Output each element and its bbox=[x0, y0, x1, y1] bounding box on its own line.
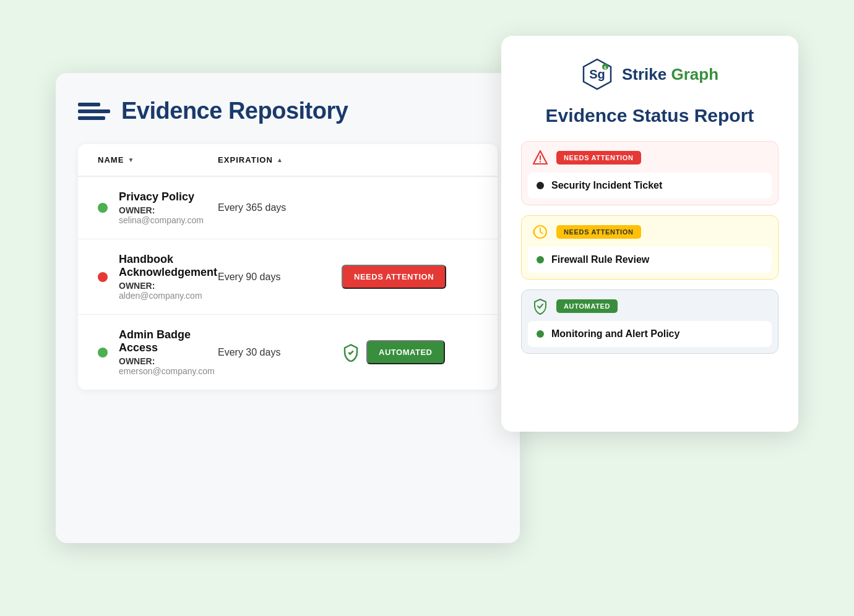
status-dot-green bbox=[98, 203, 108, 213]
item-dot-dark bbox=[537, 182, 544, 189]
row-name: Admin Badge Access bbox=[119, 328, 218, 354]
clock-icon bbox=[532, 223, 549, 241]
item-dot-green bbox=[537, 330, 544, 338]
warning-icon bbox=[532, 149, 549, 166]
needs-attention-badge-yellow: NEEDS ATTENTION bbox=[556, 225, 641, 239]
row-status: NEEDS ATTENTION bbox=[342, 265, 478, 289]
report-item-body: Firewall Rule Review bbox=[528, 247, 772, 273]
evidence-repository-card: Evidence Repository NAME ▼ EXPIRATION ▲ … bbox=[56, 73, 520, 543]
expiration-sort-arrow[interactable]: ▲ bbox=[277, 156, 283, 163]
table-row: Admin Badge Access OWNER: emerson@compan… bbox=[78, 315, 498, 390]
evidence-table: NAME ▼ EXPIRATION ▲ Privacy Policy OWNER… bbox=[78, 144, 498, 390]
table-row: Privacy Policy OWNER: selina@company.com… bbox=[78, 177, 498, 239]
status-dot-red bbox=[98, 272, 108, 282]
automated-badge-green: AUTOMATED bbox=[556, 299, 618, 313]
row-owner: OWNER: alden@company.com bbox=[119, 281, 218, 301]
report-item-header: NEEDS ATTENTION bbox=[522, 216, 778, 247]
item-label-monitoring: Monitoring and Alert Policy bbox=[551, 328, 679, 340]
row-expiration: Every 90 days bbox=[218, 272, 342, 283]
item-label-security: Security Incident Ticket bbox=[551, 180, 662, 191]
owner-label: OWNER: bbox=[119, 205, 155, 215]
owner-label: OWNER: bbox=[119, 281, 155, 291]
report-item-header: AUTOMATED bbox=[522, 290, 778, 321]
report-title: Evidence Status Report bbox=[521, 105, 779, 126]
svg-point-6 bbox=[540, 161, 541, 162]
owner-label: OWNER: bbox=[119, 356, 155, 366]
item-label-firewall: Firewall Rule Review bbox=[551, 254, 649, 265]
report-item-body: Security Incident Ticket bbox=[528, 173, 772, 199]
svg-text:Sg: Sg bbox=[589, 67, 605, 81]
row-expiration: Every 365 days bbox=[218, 202, 342, 213]
brand-name: Strike Graph bbox=[622, 65, 718, 84]
row-status: AUTOMATED bbox=[342, 340, 478, 364]
col-expiration-label: EXPIRATION bbox=[218, 155, 273, 165]
table-header: NAME ▼ EXPIRATION ▲ bbox=[78, 144, 498, 177]
shield-icon bbox=[342, 343, 360, 362]
needs-attention-button[interactable]: NEEDS ATTENTION bbox=[342, 265, 446, 289]
status-dot-green bbox=[98, 348, 108, 357]
shield-check-icon bbox=[532, 297, 549, 315]
logo-row: Sg $ Strike Graph bbox=[521, 58, 779, 90]
col-name-label: NAME bbox=[98, 155, 124, 165]
automated-button[interactable]: AUTOMATED bbox=[366, 340, 445, 364]
row-expiration: Every 30 days bbox=[218, 347, 342, 358]
row-name: Privacy Policy bbox=[119, 190, 218, 203]
strikegraph-logo: Sg $ bbox=[581, 58, 613, 90]
brand-graph: Graph bbox=[671, 65, 718, 83]
brand-strike: Strike bbox=[622, 65, 666, 83]
item-dot-green bbox=[537, 256, 544, 263]
report-item-monitoring: AUTOMATED Monitoring and Alert Policy bbox=[521, 289, 779, 354]
svg-text:$: $ bbox=[604, 66, 606, 71]
name-sort-arrow[interactable]: ▼ bbox=[127, 156, 134, 163]
list-icon bbox=[78, 103, 110, 120]
row-owner: OWNER: emerson@company.com bbox=[119, 356, 218, 376]
table-row: Handbook Acknowledgement OWNER: alden@co… bbox=[78, 239, 498, 315]
evidence-status-report-card: Sg $ Strike Graph Evidence Status Report… bbox=[501, 36, 798, 432]
report-item-header: NEEDS ATTENTION bbox=[522, 142, 778, 173]
report-item-body: Monitoring and Alert Policy bbox=[528, 321, 772, 347]
row-owner: OWNER: selina@company.com bbox=[119, 205, 218, 225]
repo-title: Evidence Repository bbox=[121, 98, 348, 124]
report-item-firewall: NEEDS ATTENTION Firewall Rule Review bbox=[521, 215, 779, 280]
row-name: Handbook Acknowledgement bbox=[119, 253, 218, 279]
needs-attention-badge-red: NEEDS ATTENTION bbox=[556, 151, 641, 165]
report-item-security: NEEDS ATTENTION Security Incident Ticket bbox=[521, 141, 779, 205]
